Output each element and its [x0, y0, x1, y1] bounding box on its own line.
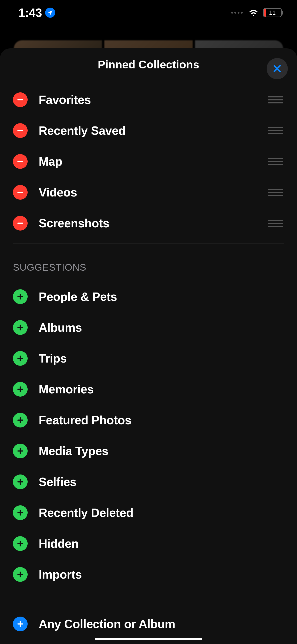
suggestion-row-hidden[interactable]: Hidden [13, 528, 284, 559]
remove-button[interactable] [13, 185, 28, 200]
plus-icon [17, 571, 24, 578]
row-label: Imports [39, 568, 284, 581]
status-time: 1:43 [18, 6, 42, 20]
drag-handle[interactable] [268, 189, 284, 196]
minus-icon [17, 96, 24, 103]
row-label: Screenshots [39, 216, 257, 230]
status-right: 11 [231, 8, 283, 17]
plus-icon [17, 293, 24, 300]
row-label: Hidden [39, 537, 284, 550]
add-button[interactable] [13, 289, 28, 304]
row-label: Recently Saved [39, 124, 257, 138]
suggestion-row-media-types[interactable]: Media Types [13, 436, 284, 466]
add-button[interactable] [13, 536, 28, 551]
drag-handle[interactable] [268, 220, 284, 227]
minus-icon [17, 189, 24, 196]
sheet-content: Favorites Recently Saved Map [0, 80, 297, 640]
pinned-row-screenshots[interactable]: Screenshots [13, 208, 284, 238]
add-button[interactable] [13, 413, 28, 428]
add-button[interactable] [13, 474, 28, 489]
status-left: 1:43 [18, 6, 55, 20]
plus-icon [17, 417, 24, 424]
drag-handle[interactable] [268, 96, 284, 104]
row-label: Media Types [39, 444, 284, 458]
add-button[interactable] [13, 382, 28, 397]
suggestion-row-selfies[interactable]: Selfies [13, 466, 284, 497]
plus-icon [17, 448, 24, 454]
plus-icon [17, 355, 24, 362]
drag-handle[interactable] [268, 158, 284, 165]
suggestions-list: People & Pets Albums Trips Memories [13, 281, 284, 590]
cellular-dots-icon [231, 12, 243, 14]
suggestion-row-memories[interactable]: Memories [13, 374, 284, 405]
plus-icon [17, 620, 24, 628]
row-label: Videos [39, 186, 257, 199]
minus-icon [17, 158, 24, 165]
pinned-list: Favorites Recently Saved Map [13, 80, 284, 238]
location-services-icon [45, 8, 55, 18]
pinned-row-favorites[interactable]: Favorites [13, 84, 284, 115]
add-button[interactable] [13, 320, 28, 335]
close-button[interactable] [266, 58, 288, 79]
row-label: Trips [39, 352, 284, 365]
status-bar: 1:43 11 [0, 0, 297, 25]
minus-icon [17, 220, 24, 227]
sheet-header: Pinned Collections [0, 48, 297, 80]
add-any-button[interactable] [13, 616, 28, 631]
row-label: Favorites [39, 93, 257, 107]
pinned-row-videos[interactable]: Videos [13, 177, 284, 208]
row-label: Any Collection or Album [39, 617, 284, 631]
pinned-collections-sheet: Pinned Collections Favorites Recently Sa… [0, 48, 297, 644]
add-button[interactable] [13, 505, 28, 520]
close-icon [272, 64, 282, 74]
sheet-title: Pinned Collections [98, 58, 199, 71]
remove-button[interactable] [13, 154, 28, 169]
pinned-row-map[interactable]: Map [13, 146, 284, 177]
wifi-icon [248, 8, 259, 17]
suggestion-row-trips[interactable]: Trips [13, 343, 284, 374]
plus-icon [17, 478, 24, 485]
suggestion-row-albums[interactable]: Albums [13, 312, 284, 343]
minus-icon [17, 127, 24, 134]
suggestion-row-featured-photos[interactable]: Featured Photos [13, 405, 284, 436]
pinned-row-recently-saved[interactable]: Recently Saved [13, 115, 284, 146]
plus-icon [17, 509, 24, 516]
suggestion-row-imports[interactable]: Imports [13, 559, 284, 590]
suggestion-row-people-pets[interactable]: People & Pets [13, 281, 284, 312]
row-label: Selfies [39, 475, 284, 489]
plus-icon [17, 324, 24, 331]
battery-indicator: 11 [263, 8, 283, 17]
remove-button[interactable] [13, 92, 28, 107]
add-button[interactable] [13, 351, 28, 366]
row-label: People & Pets [39, 290, 284, 304]
remove-button[interactable] [13, 123, 28, 138]
plus-icon [17, 386, 24, 393]
home-indicator[interactable] [95, 638, 202, 640]
row-label: Map [39, 154, 257, 168]
suggestion-row-recently-deleted[interactable]: Recently Deleted [13, 497, 284, 528]
row-label: Albums [39, 320, 284, 334]
suggestions-header: SUGGESTIONS [13, 244, 284, 281]
row-label: Featured Photos [39, 413, 284, 427]
remove-button[interactable] [13, 216, 28, 230]
drag-handle[interactable] [268, 127, 284, 134]
battery-percentage: 11 [264, 9, 281, 16]
row-label: Recently Deleted [39, 506, 284, 520]
plus-icon [17, 540, 24, 547]
row-label: Memories [39, 382, 284, 396]
any-collection-row[interactable]: Any Collection or Album [13, 608, 284, 640]
add-button[interactable] [13, 567, 28, 582]
add-button[interactable] [13, 444, 28, 458]
